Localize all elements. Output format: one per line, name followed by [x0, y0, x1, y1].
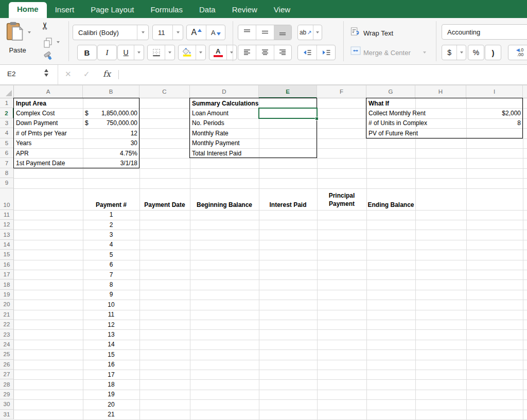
merge-center-label[interactable]: Merge & Center: [363, 49, 411, 57]
copy-dropdown-arrow[interactable]: [57, 41, 60, 43]
cell-G1[interactable]: What If: [366, 98, 415, 108]
fill-color-dropdown[interactable]: [196, 45, 205, 60]
row-header-20[interactable]: 20: [0, 300, 14, 309]
font-name-select[interactable]: Calibri (Body): [73, 25, 149, 40]
cell-A5[interactable]: Years: [14, 138, 83, 148]
merge-center-dropdown-arrow[interactable]: [423, 51, 426, 54]
cell-B7[interactable]: 3/1/18: [83, 158, 139, 168]
cell-B12[interactable]: 2: [83, 220, 139, 230]
copy-icon[interactable]: [43, 38, 54, 49]
cell-B27[interactable]: 17: [83, 370, 139, 379]
cut-icon[interactable]: ✂: [39, 22, 51, 30]
cell-B23[interactable]: 13: [83, 329, 139, 339]
cell-B18[interactable]: 8: [83, 279, 139, 289]
enter-icon[interactable]: ✓: [83, 69, 90, 79]
cell-B24[interactable]: 14: [83, 340, 139, 349]
orientation-dropdown[interactable]: [313, 25, 322, 40]
cell-G3[interactable]: # of Units in Complex: [366, 118, 415, 128]
column-header-C[interactable]: C: [139, 85, 190, 98]
cell-E10[interactable]: Interest Paid: [259, 188, 317, 210]
row-header-30[interactable]: 30: [0, 399, 14, 409]
underline-dropdown[interactable]: [134, 45, 144, 60]
tab-page-layout[interactable]: Page Layout: [82, 3, 142, 18]
align-center-button[interactable]: [256, 45, 273, 60]
font-size-select[interactable]: 11: [152, 25, 183, 40]
cell-A7[interactable]: 1st Payment Date: [14, 158, 83, 168]
merge-center-icon[interactable]: [350, 46, 361, 57]
cell-B21[interactable]: 11: [83, 310, 139, 320]
row-header-16[interactable]: 16: [0, 260, 14, 270]
column-header-D[interactable]: D: [190, 85, 259, 98]
column-header-H[interactable]: H: [415, 85, 466, 98]
tab-data[interactable]: Data: [191, 3, 224, 18]
row-header-14[interactable]: 14: [0, 240, 14, 250]
cell-B15[interactable]: 5: [83, 250, 139, 259]
cell-B13[interactable]: 3: [83, 230, 139, 239]
row-header-1[interactable]: 1: [0, 98, 14, 108]
decrease-indent-button[interactable]: [298, 45, 317, 60]
formula-input[interactable]: [124, 65, 527, 84]
format-painter-icon[interactable]: [43, 51, 55, 62]
cell-B6[interactable]: 4.75%: [83, 148, 139, 158]
column-header-B[interactable]: B: [83, 85, 139, 98]
row-header-27[interactable]: 27: [0, 370, 14, 379]
cell-G4[interactable]: PV of Future Rent: [366, 128, 415, 138]
cell-D2[interactable]: Loan Amount: [190, 108, 259, 118]
row-header-13[interactable]: 13: [0, 230, 14, 239]
row-header-21[interactable]: 21: [0, 310, 14, 320]
align-top-button[interactable]: [238, 25, 256, 40]
italic-button[interactable]: I: [97, 45, 117, 60]
cell-D6[interactable]: Total Interest Paid: [190, 148, 259, 158]
tab-formulas[interactable]: Formulas: [142, 3, 191, 18]
align-right-button[interactable]: [274, 45, 291, 60]
cell-A4[interactable]: # of Pmts per Year: [14, 128, 83, 138]
row-header-24[interactable]: 24: [0, 340, 14, 349]
cell-B31[interactable]: 21: [83, 410, 139, 419]
cell-B4[interactable]: 12: [83, 128, 139, 138]
paste-button[interactable]: [6, 21, 26, 42]
cell-B11[interactable]: 1: [83, 210, 139, 220]
cell-A3[interactable]: Down Payment: [14, 118, 83, 128]
row-header-18[interactable]: 18: [0, 279, 14, 289]
bold-button[interactable]: B: [77, 45, 97, 60]
cell-B28[interactable]: 18: [83, 379, 139, 389]
column-header-E[interactable]: E: [259, 85, 317, 98]
wrap-text-label[interactable]: Wrap Text: [363, 29, 393, 37]
cell-B14[interactable]: 4: [83, 240, 139, 250]
cell-A1[interactable]: Input Area: [14, 98, 83, 108]
cell-B25[interactable]: 15: [83, 349, 139, 359]
row-header-4[interactable]: 4: [0, 128, 14, 138]
row-header-11[interactable]: 11: [0, 210, 14, 220]
cell-B5[interactable]: 30: [83, 138, 139, 148]
cell-D5[interactable]: Monthly Payment: [190, 138, 259, 148]
cell-G2[interactable]: Collect Monthly Rent: [366, 108, 415, 118]
number-format-select[interactable]: Accounting: [442, 24, 527, 40]
cell-B19[interactable]: 9: [83, 290, 139, 300]
percent-format-button[interactable]: %: [468, 45, 484, 60]
cell-I2[interactable]: $2,000: [466, 108, 523, 118]
column-header-F[interactable]: F: [317, 85, 366, 98]
cell-B10[interactable]: Payment #: [83, 188, 139, 210]
align-left-button[interactable]: [238, 45, 256, 60]
insert-function-icon[interactable]: fx: [103, 69, 111, 79]
cell-D10[interactable]: Beginning Balance: [190, 188, 259, 210]
increase-indent-button[interactable]: [317, 45, 335, 60]
tab-review[interactable]: Review: [224, 3, 266, 18]
column-header-G[interactable]: G: [366, 85, 415, 98]
cell-B16[interactable]: 6: [83, 260, 139, 270]
align-bottom-button[interactable]: [274, 25, 291, 40]
row-header-15[interactable]: 15: [0, 250, 14, 259]
cell-I3[interactable]: 8: [466, 118, 523, 128]
column-header-A[interactable]: A: [14, 85, 83, 98]
row-header-5[interactable]: 5: [0, 138, 14, 148]
cell-B20[interactable]: 10: [83, 300, 139, 309]
font-color-button[interactable]: A: [209, 45, 226, 60]
row-header-8[interactable]: 8: [0, 168, 14, 178]
row-header-25[interactable]: 25: [0, 349, 14, 359]
cell-B26[interactable]: 16: [83, 360, 139, 370]
cell-B3[interactable]: $750,000.00: [83, 118, 139, 128]
row-header-12[interactable]: 12: [0, 220, 14, 230]
name-box[interactable]: E2: [0, 65, 58, 84]
increase-decimal-button[interactable]: ◀.0 .00: [508, 45, 527, 60]
align-middle-button[interactable]: [256, 25, 273, 40]
